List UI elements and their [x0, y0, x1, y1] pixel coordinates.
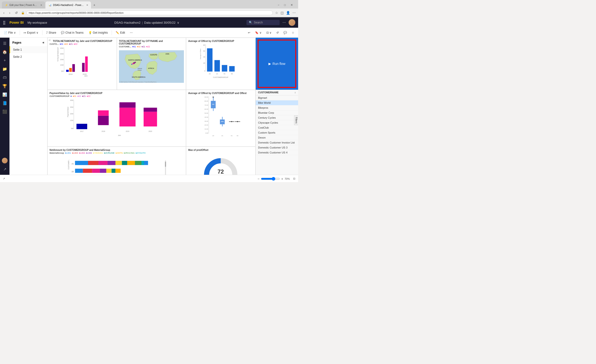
share-button[interactable]: ⤴ Share [44, 30, 58, 35]
file-button[interactable]: 📄 File ∨ [2, 30, 18, 35]
zoom-plus-button[interactable]: + [281, 177, 283, 181]
customer-dom-invoice[interactable]: Domestic Customer Invoice List [256, 140, 298, 145]
favorite-button[interactable]: ☆ [290, 30, 296, 35]
chart-totalnetamount-jahr[interactable]: ◁ TOTALNETAMOUNT by Jahr and CUSTOMERGRO… [47, 38, 117, 90]
nav-metrics-icon[interactable]: 📊 [1, 91, 8, 98]
customer-dom-us4[interactable]: Domestic Customer US 4 [256, 150, 298, 155]
customer-sort-icon[interactable]: ↕ [295, 91, 296, 94]
tab-power-bi[interactable]: 📊 DSAG-Hackathon2 - Power BI ✕ [45, 1, 91, 8]
page-item-seite1[interactable]: Seite 1 [9, 46, 47, 53]
customer-century[interactable]: Century Cycles [256, 115, 298, 120]
file-icon: 📄 [4, 31, 7, 34]
view-button[interactable]: ⊡ ∨ [264, 30, 274, 35]
svg-rect-54 [119, 102, 135, 108]
svg-rect-37 [229, 66, 235, 72]
forward-button[interactable]: › [8, 10, 12, 15]
dropdown-icon[interactable]: ∨ [177, 21, 179, 24]
nav-expand-icon[interactable]: ↗ [1, 165, 8, 173]
chart-gauge[interactable]: Max of predOffset 72 0 144 [186, 147, 255, 175]
chart4-legend-z2: ●Z2 [87, 95, 90, 97]
bookmark-button[interactable]: 🔖 ∨ [253, 30, 263, 35]
more-toolbar-button[interactable]: ⋯ [128, 30, 134, 35]
export-button[interactable]: ↦ Export ∨ [22, 30, 40, 35]
svg-rect-36 [222, 65, 227, 72]
customer-cityscape[interactable]: Cityscape Cycles [256, 120, 298, 125]
customer-bigmart[interactable]: Bigmart [256, 95, 298, 100]
customer-dom-us3[interactable]: Domestic Customer US 3 [256, 145, 298, 150]
external-link-icon[interactable]: ↗ [3, 177, 5, 180]
page-item-seite2[interactable]: Seite 2 [9, 53, 47, 60]
new-tab-button[interactable]: + [91, 2, 97, 8]
customer-bike-world[interactable]: Bike World [256, 100, 298, 105]
svg-text:02: 02 [231, 73, 233, 75]
settings-icon[interactable]: ⋯ [292, 10, 296, 15]
fit-page-icon[interactable]: ⊡ [293, 177, 295, 180]
page-label-1: Seite 1 [13, 48, 22, 51]
svg-text:Z1: Z1 [72, 163, 74, 165]
collapse-pages-icon[interactable]: « [42, 41, 44, 44]
chat-button[interactable]: 💬 Chat in Teams [59, 30, 85, 35]
maximize-button[interactable]: □ [283, 3, 287, 7]
address-input[interactable] [27, 10, 273, 15]
zoom-slider[interactable] [261, 177, 280, 181]
chart-netamount-material[interactable]: NetAmount by CUSTOMERGROUP and MaterialG… [47, 147, 186, 175]
chart-paymentvalue-jahr[interactable]: PaymentValue by Jahr and CUSTOMERGROUP C… [47, 90, 186, 147]
more-options-icon[interactable]: ⋯ [283, 21, 286, 24]
workspace-label[interactable]: My workspace [28, 21, 47, 24]
chart-offest-customergroup[interactable]: Average of Offest by CUSTOMERGROUP 80 60… [186, 38, 255, 90]
bookmark-icon[interactable]: ☆ [275, 10, 279, 15]
insights-button[interactable]: 💡 Get insights [87, 30, 110, 35]
search-box[interactable]: 🔍 Search [246, 20, 280, 25]
run-flow-container[interactable]: ▶ Run flow [256, 38, 298, 90]
customer-dom-us3-label: Domestic Customer US 3 [258, 146, 287, 149]
share-label: Share [49, 31, 56, 34]
comment-button[interactable]: 💬 [282, 30, 289, 35]
close-tab-pbi[interactable]: ✕ [86, 4, 88, 6]
edit-button[interactable]: ✏️ Edit [114, 30, 127, 35]
refresh-data-button[interactable]: ↺ [275, 30, 281, 35]
svg-text:10.00: 10.00 [204, 128, 208, 130]
undo-button[interactable]: ↩ [246, 30, 252, 35]
run-flow-button[interactable]: ▶ Run flow [268, 62, 285, 66]
nav-profile-icon[interactable] [1, 157, 8, 164]
customer-bluestar[interactable]: Bluestar Corp [256, 110, 298, 115]
nav-home-icon[interactable]: ☰ [1, 40, 8, 47]
refresh-button[interactable]: ↺ [14, 10, 19, 15]
svg-rect-98 [108, 161, 115, 165]
topnav-icons: ⋯ [283, 21, 286, 24]
chart-offest-boxplot[interactable]: Average of Offest by CUSTOMERGROUP and O… [186, 90, 255, 147]
tab-power-automate[interactable]: ⚡ Edit your flow | Power Automate ✕ [2, 1, 45, 8]
nav-apps-icon[interactable]: 🏆 [1, 82, 8, 90]
nav-create-icon[interactable]: + [1, 57, 8, 64]
pages-header: Pages « [9, 40, 47, 46]
customer-costclub[interactable]: CostClub [256, 125, 298, 130]
nav-monitor-icon[interactable]: ⬛ [1, 108, 8, 115]
collections-icon[interactable]: ◫ [280, 10, 284, 15]
profile-icon[interactable]: 👤 [286, 10, 291, 15]
toolbar: 📄 File ∨ ↦ Export ∨ ⤴ Share 💬 Chat in Te… [0, 28, 298, 38]
customer-custom-sports[interactable]: Custom Sports [256, 130, 298, 135]
user-avatar[interactable] [289, 19, 295, 26]
svg-text:20.00: 20.00 [204, 124, 208, 126]
chart2-map-svg: NORTH AMERICA EUROPE ASIA Atlantic Ocean… [119, 49, 184, 84]
filters-tab[interactable]: Filters [294, 115, 298, 125]
nav-learn-icon[interactable]: 📘 [1, 99, 8, 107]
svg-text:01: 01 [231, 135, 232, 136]
chart2-legend-z1: ●Z1 [142, 45, 145, 48]
minimize-button[interactable]: − [276, 3, 281, 7]
back-button[interactable]: ‹ [2, 10, 6, 15]
customer-bikepros[interactable]: Bikepros [256, 105, 298, 110]
nav-search-icon[interactable]: 🏠 [1, 48, 8, 56]
chart4-legend: CUSTOMERGROUP ● ●01 ●02 ●Z1 ●Z2 [50, 95, 184, 97]
nav-browse-icon[interactable]: 📁 [1, 65, 8, 73]
zoom-minus-button[interactable]: − [258, 177, 260, 181]
waffle-menu-icon[interactable]: ⣿ [3, 20, 6, 25]
close-tab-pa[interactable]: ✕ [40, 4, 42, 6]
svg-text:EUROPE: EUROPE [150, 54, 157, 56]
chart-map[interactable]: TOTALNETAMOUNT by CITYNAME and CUSTOMERG… [117, 38, 186, 90]
legend-l001: ●L001 [65, 152, 71, 154]
chart1-svg: 40M 30M 20M 10M 0M [50, 46, 115, 77]
customer-dexon[interactable]: Dexon [256, 135, 298, 140]
close-button[interactable]: ✕ [289, 3, 294, 7]
nav-data-icon[interactable]: 🗃 [1, 74, 8, 81]
